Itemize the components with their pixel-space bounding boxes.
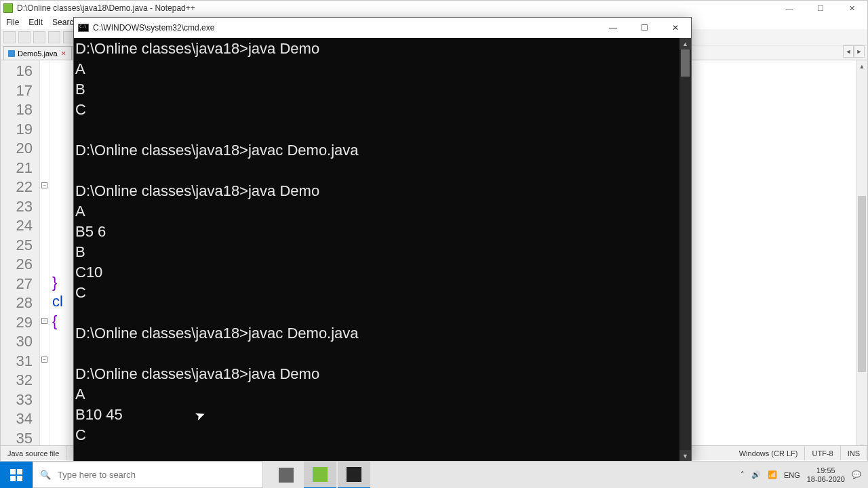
mouse-pointer-icon: ➤ bbox=[192, 405, 208, 426]
menu-file[interactable]: File bbox=[6, 18, 19, 27]
tray-volume-icon[interactable]: 🔊 bbox=[751, 470, 761, 479]
tab-label: Demo5.java bbox=[18, 49, 58, 58]
cmd-minimize-button[interactable]: — bbox=[597, 18, 629, 38]
line-number: 23 bbox=[1, 197, 33, 217]
tab-demo5[interactable]: Demo5.java ✕ bbox=[3, 46, 72, 60]
taskbar-apps bbox=[263, 462, 734, 488]
start-button[interactable] bbox=[0, 462, 33, 488]
status-eol: Windows (CR LF) bbox=[732, 446, 806, 460]
system-tray: ˄ 🔊 📶 ENG 19:55 18-06-2020 💬 bbox=[734, 462, 868, 488]
line-number: 18 bbox=[1, 100, 33, 120]
cmd-scrollbar[interactable]: ▲ ▼ bbox=[679, 38, 691, 462]
tab-scroll-right-icon[interactable]: ► bbox=[854, 45, 865, 58]
code-text: { bbox=[52, 312, 57, 329]
line-number: 24 bbox=[1, 216, 33, 236]
line-number: 19 bbox=[1, 120, 33, 140]
scroll-up-icon[interactable]: ▲ bbox=[679, 38, 691, 49]
line-number: 22 bbox=[1, 178, 33, 197]
fold-marker-icon[interactable]: − bbox=[41, 357, 47, 363]
cmd-title-text: C:\WINDOWS\system32\cmd.exe bbox=[93, 23, 214, 33]
toolbar-open-icon[interactable] bbox=[18, 31, 31, 43]
line-number: 31 bbox=[1, 352, 33, 371]
search-icon: 🔍 bbox=[40, 470, 51, 480]
line-number: 29 bbox=[1, 313, 33, 333]
line-number: 21 bbox=[1, 159, 33, 178]
fold-marker-icon[interactable]: − bbox=[41, 182, 47, 188]
status-insert-mode: INS bbox=[841, 446, 867, 460]
npp-scrollbar[interactable]: ▲ ▼ bbox=[856, 60, 867, 452]
line-number: 28 bbox=[1, 293, 33, 313]
line-number: 33 bbox=[1, 390, 33, 410]
tab-close-icon[interactable]: ✕ bbox=[60, 50, 67, 57]
line-number: 17 bbox=[1, 81, 33, 101]
toolbar-save-icon[interactable] bbox=[33, 31, 45, 43]
tray-network-icon[interactable]: 📶 bbox=[768, 470, 777, 479]
tab-scroll-left-icon[interactable]: ◄ bbox=[843, 45, 854, 58]
line-number: 20 bbox=[1, 139, 33, 159]
menu-edit[interactable]: Edit bbox=[28, 18, 43, 27]
npp-titlebar[interactable]: D:\Online classes\java18\Demo.java - Not… bbox=[1, 1, 867, 16]
taskview-button[interactable] bbox=[270, 462, 302, 489]
tray-date: 18-06-2020 bbox=[807, 475, 845, 484]
taskbar-item-notepadpp[interactable] bbox=[304, 462, 336, 489]
npp-maximize-button[interactable]: ☐ bbox=[805, 1, 836, 16]
code-text: cl bbox=[52, 293, 63, 310]
status-encoding: UTF-8 bbox=[805, 446, 840, 460]
line-number: 26 bbox=[1, 255, 33, 274]
npp-app-icon bbox=[3, 3, 13, 13]
line-number: 16 bbox=[1, 62, 33, 81]
tray-chevron-icon[interactable]: ˄ bbox=[741, 470, 745, 479]
cmd-titlebar[interactable]: C:\WINDOWS\system32\cmd.exe — ☐ ✕ bbox=[74, 18, 691, 38]
fold-marker-icon[interactable]: − bbox=[41, 318, 47, 324]
search-placeholder: Type here to search bbox=[58, 470, 136, 480]
scroll-thumb[interactable] bbox=[858, 196, 866, 372]
line-number: 27 bbox=[1, 274, 33, 294]
tray-clock[interactable]: 19:55 18-06-2020 bbox=[807, 466, 845, 484]
scroll-down-icon[interactable]: ▼ bbox=[679, 450, 691, 462]
npp-title-text: D:\Online classes\java18\Demo.java - Not… bbox=[17, 3, 195, 13]
npp-close-button[interactable]: ✕ bbox=[836, 1, 867, 16]
line-number: 25 bbox=[1, 236, 33, 256]
cmd-window: C:\WINDOWS\system32\cmd.exe — ☐ ✕ D:\Onl… bbox=[73, 17, 692, 462]
tray-language[interactable]: ENG bbox=[784, 471, 800, 479]
taskbar-item-cmd[interactable] bbox=[338, 462, 370, 489]
cmd-maximize-button[interactable]: ☐ bbox=[629, 18, 660, 38]
scroll-thumb[interactable] bbox=[681, 49, 690, 77]
line-gutter: 16 17 18 19 20 21 22 23 24 25 26 27 28 2… bbox=[1, 60, 40, 452]
line-number: 32 bbox=[1, 371, 33, 390]
cmd-app-icon bbox=[78, 24, 89, 32]
toolbar-new-icon[interactable] bbox=[3, 31, 16, 43]
line-number: 30 bbox=[1, 332, 33, 352]
tray-time: 19:55 bbox=[807, 466, 845, 475]
cmd-terminal[interactable]: D:\Online classes\java18>java Demo A B C… bbox=[74, 38, 691, 462]
npp-minimize-button[interactable]: — bbox=[774, 1, 805, 16]
windows-taskbar: 🔍 Type here to search ˄ 🔊 📶 ENG 19:55 18… bbox=[0, 461, 868, 488]
status-filetype: Java source file bbox=[1, 446, 66, 460]
file-icon bbox=[8, 50, 15, 57]
scroll-up-icon[interactable]: ▲ bbox=[856, 60, 867, 72]
line-number: 34 bbox=[1, 409, 33, 429]
cmd-output: D:\Online classes\java18>java Demo A B C… bbox=[75, 40, 359, 484]
fold-column: − − − bbox=[40, 60, 50, 452]
code-text: } bbox=[52, 274, 57, 291]
tray-notifications-icon[interactable]: 💬 bbox=[852, 470, 861, 479]
windows-logo-icon bbox=[10, 469, 22, 481]
taskbar-search[interactable]: 🔍 Type here to search bbox=[33, 462, 263, 488]
toolbar-saveall-icon[interactable] bbox=[48, 31, 60, 43]
